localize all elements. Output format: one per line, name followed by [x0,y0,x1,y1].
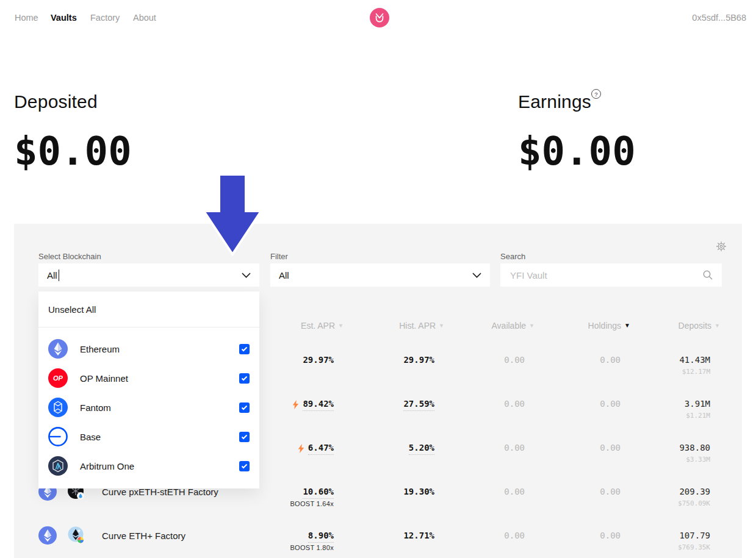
nav-item-about[interactable]: About [133,13,156,23]
yearn-logo-icon[interactable] [370,8,389,27]
deposits-value: 107.79 [679,529,710,542]
deposits-usd: $750.09K [678,499,710,507]
deposited-value: $0.00 [14,132,132,171]
holdings-value: 0.00 [600,529,621,542]
deposits-usd: $12.17M [682,368,710,376]
hist-apr-value: 19.30% [403,485,434,498]
available-value: 0.00 [504,354,525,366]
checkbox-checked[interactable] [239,373,250,384]
deposits-value: 3.91M [685,398,710,410]
boosted-lightning-icon [292,400,299,409]
header-holdings[interactable]: Holdings▼ [588,321,630,331]
hist-apr-value: 12.71% [403,529,434,542]
boost-multiplier: BOOST 1.80x [290,544,334,552]
text-cursor [59,270,60,281]
boost-multiplier: BOOST 1.64x [290,500,334,508]
est-apr-value: 89.42% [303,398,334,411]
sort-desc-icon: ▼ [715,323,720,329]
down-arrow-annotation-icon [202,173,263,260]
fantom-icon [48,398,68,417]
search-icon [702,270,713,281]
header-available[interactable]: Available▼ [492,321,535,331]
holdings-value: 0.00 [600,442,621,454]
unselect-all-button[interactable]: Unselect All [38,292,259,327]
vault-name: Curve ETH+ Factory [102,531,185,541]
available-value: 0.00 [504,529,525,542]
chain-option-op-mainnet[interactable]: OP OP Mainnet [38,363,259,393]
op-mainnet-icon: OP [48,368,68,388]
deposits-usd: $769.35K [678,543,710,551]
est-apr-value: 29.97% [303,354,334,366]
chain-option-arbitrum-one[interactable]: Arbitrum One [38,451,259,481]
deposits-usd: $1.21M [686,412,710,420]
deposited-label: Deposited [14,91,98,112]
filter-select-value: All [279,270,289,281]
est-apr-value: 10.60% [303,485,334,499]
header-deposits[interactable]: Deposits▼ [679,321,720,331]
earnings-value: $0.00 [518,132,636,171]
header-hist-apr[interactable]: Hist. APR▼ [399,321,444,331]
sort-desc-icon: ▼ [338,323,344,329]
available-value: 0.00 [504,442,525,454]
holdings-value: 0.00 [600,354,621,366]
blockchain-dropdown: Unselect All Ethereum OP OP Mainnet [38,292,259,488]
vault-row[interactable]: Curve ETH+ Factory 8.90% BOOST 1.80x 12.… [14,513,742,557]
search-input[interactable] [509,270,702,281]
chain-option-fantom[interactable]: Fantom [38,393,259,422]
chevron-down-icon [472,273,481,278]
deposits-value: 209.39 [679,485,710,498]
holdings-value: 0.00 [600,485,621,498]
search-label: Search [500,252,525,261]
ethereum-chain-badge-icon [38,526,57,545]
deposits-usd: $3.33M [686,456,710,463]
checkbox-checked[interactable] [239,402,250,413]
checkbox-checked[interactable] [239,344,250,354]
available-value: 0.00 [504,485,525,498]
blockchain-select-value: All [47,270,57,281]
search-field[interactable] [500,263,722,287]
checkbox-checked[interactable] [239,461,250,471]
filter-label: Filter [270,252,288,261]
deposits-value: 41.43M [679,354,710,366]
holdings-value: 0.00 [600,398,621,410]
chevron-down-icon [242,273,251,278]
hist-apr-value: 5.20% [409,442,434,455]
sort-desc-icon: ▼ [439,323,444,329]
arbitrum-one-icon [48,456,68,476]
available-value: 0.00 [504,398,525,410]
est-apr-value: 8.90% [308,529,334,543]
vaults-page: Home Vaults Factory About 0x5sdf...5B68 … [0,0,756,558]
earnings-help-icon[interactable]: ? [591,89,601,99]
ethplus-token-icon [67,526,86,545]
sort-desc-icon: ▼ [529,323,535,329]
sort-desc-icon: ▼ [624,323,630,329]
nav-item-vaults[interactable]: Vaults [51,13,77,23]
earnings-label: Earnings [518,91,591,112]
checkbox-checked[interactable] [239,432,250,442]
nav-item-factory[interactable]: Factory [90,13,120,23]
settings-gear-icon[interactable] [716,241,727,252]
chain-option-base[interactable]: Base [38,422,259,451]
top-nav: Home Vaults Factory About 0x5sdf...5B68 [0,0,756,37]
blockchain-select[interactable]: All [38,263,259,287]
base-icon [48,427,68,446]
hist-apr-value: 29.97% [403,354,434,366]
chain-option-ethereum[interactable]: Ethereum [38,334,259,363]
header-est-apr[interactable]: Est. APR▼ [301,321,344,331]
est-apr-value: 6.47% [308,442,334,455]
boosted-lightning-icon [298,444,304,453]
nav-item-home[interactable]: Home [15,13,38,23]
deposits-value: 938.80 [679,442,710,454]
filter-select[interactable]: All [270,263,490,287]
wallet-address[interactable]: 0x5sdf...5B68 [692,13,746,23]
ethereum-icon [48,339,68,359]
hist-apr-value: 27.59% [403,398,434,411]
blockchain-label: Select Blockchain [38,252,101,261]
